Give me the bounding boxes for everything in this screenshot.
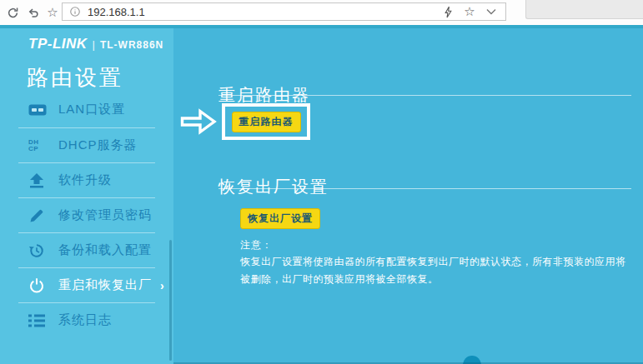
url-text[interactable]: 192.168.1.1 (88, 6, 145, 18)
main-content: 重启路由器 重启路由器 恢复出厂设置 恢复出厂设置 注意： 恢复出厂设置将使路由… (173, 28, 643, 364)
sidebar-item-label: 系统日志 (58, 312, 112, 328)
chevron-right-icon: › (160, 279, 164, 292)
factory-reset-button[interactable]: 恢复出厂设置 (240, 208, 320, 229)
sidebar-item-change-password[interactable]: 修改管理员密码 (0, 198, 173, 232)
reload-icon[interactable] (5, 5, 20, 20)
history-clock-icon (28, 242, 50, 259)
sidebar-item-label: 软件升级 (58, 172, 112, 188)
screenshot-root: ☆ 192.168.1.1 ☆ TP-LINK | TL-WR886N (0, 0, 643, 364)
favorite-star-icon[interactable]: ☆ (462, 4, 477, 19)
power-icon (28, 277, 50, 294)
sidebar-item-dhcp[interactable]: DHCP DHCP服务器 (0, 128, 173, 162)
section-divider (219, 188, 631, 189)
sidebar-item-reboot-factory[interactable]: 重启和恢复出厂 › (0, 268, 173, 302)
sidebar-menu: LAN口设置 DHCP DHCP服务器 软件升级 (0, 100, 173, 337)
sidebar-item-lan[interactable]: LAN口设置 (0, 100, 173, 127)
browser-toolbar: ☆ 192.168.1.1 ☆ (0, 0, 643, 25)
sidebar-item-label: DHCP服务器 (58, 137, 138, 153)
sidebar-item-system-log[interactable]: 系统日志 (0, 303, 173, 337)
section-divider (219, 95, 631, 96)
sidebar-item-lan-clipped: LAN口设置 (0, 100, 173, 127)
sidebar-item-backup-restore[interactable]: 备份和载入配置 (0, 233, 173, 267)
router-admin-page: TP-LINK | TL-WR886N 路由设置 LAN口设置 (0, 28, 643, 364)
bookmark-star-icon[interactable]: ☆ (45, 5, 60, 20)
browser-window-edge (525, 0, 643, 19)
model-number: TL-WR886N (100, 39, 163, 51)
lightning-icon[interactable] (440, 4, 455, 19)
lan-badge-icon (28, 104, 50, 116)
url-bar[interactable]: 192.168.1.1 ☆ (62, 2, 506, 21)
page-title: 路由设置 (27, 63, 123, 92)
list-icon (28, 314, 50, 327)
highlight-box: 重启路由器 (222, 103, 310, 140)
note-text: 恢复出厂设置将使路由器的所有配置恢复到出厂时的默认状态，所有非预装的应用将被删除… (240, 253, 635, 288)
brand-lockup: TP-LINK | TL-WR886N (28, 36, 163, 52)
restart-router-button[interactable]: 重启路由器 (232, 112, 301, 132)
brand-separator: | (93, 38, 95, 51)
dhcp-icon: DHCP (28, 139, 50, 152)
factory-section-title: 恢复出厂设置 (219, 176, 329, 198)
note-label: 注意： (240, 238, 273, 252)
pencil-icon (28, 207, 50, 224)
chevron-down-icon[interactable] (484, 4, 499, 19)
sidebar-item-label: 重启和恢复出厂 (58, 277, 152, 293)
sidebar-item-label: 备份和载入配置 (58, 242, 152, 258)
brand-logo: TP-LINK (28, 36, 88, 52)
sidebar-item-label: LAN口设置 (58, 102, 125, 117)
back-icon[interactable] (25, 5, 40, 20)
sidebar: TP-LINK | TL-WR886N 路由设置 LAN口设置 (0, 28, 173, 364)
site-info-icon[interactable] (69, 6, 81, 17)
sidebar-item-label: 修改管理员密码 (58, 207, 152, 223)
sidebar-scrollbar-thumb[interactable] (169, 240, 172, 361)
sidebar-item-firmware-upgrade[interactable]: 软件升级 (0, 163, 173, 197)
upload-arrow-icon (28, 173, 50, 188)
callout-arrow-icon (180, 107, 217, 139)
